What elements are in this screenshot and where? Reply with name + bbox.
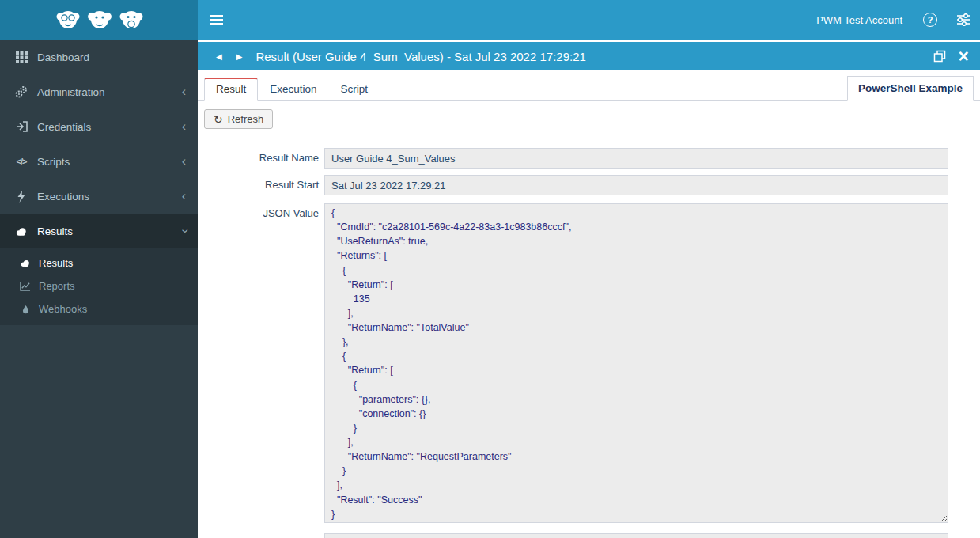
app-logo[interactable] [0, 0, 198, 40]
sidebar-item-dashboard[interactable]: Dashboard [0, 40, 198, 74]
chevron-left-icon: ‹ [182, 120, 186, 133]
account-name[interactable]: PWM Test Account [805, 14, 914, 26]
cloud-icon [12, 226, 31, 237]
code-icon: </> [12, 157, 31, 166]
chevron-left-icon: ‹ [182, 85, 186, 98]
result-name-label: Result Name [198, 148, 324, 169]
line-chart-icon [17, 281, 33, 291]
refresh-button-label: Refresh [228, 113, 264, 125]
submenu-item-label: Reports [39, 280, 75, 292]
main-content: ◀ ▶ Result (User Guide 4_Sum_Values) - S… [198, 40, 980, 538]
tab-result[interactable]: Result [204, 78, 258, 101]
chevron-down-icon: ‹ [177, 229, 190, 233]
submenu-item-reports[interactable]: Reports [0, 275, 198, 297]
submenu-item-label: Webhooks [39, 303, 87, 315]
submenu-item-webhooks[interactable]: Webhooks [0, 297, 198, 320]
form-row-result-name: Result Name [198, 148, 980, 169]
close-window-button[interactable]: × [959, 49, 969, 63]
restore-window-button[interactable] [933, 50, 946, 63]
sidebar-item-label: Executions [37, 191, 182, 203]
previous-result-button[interactable]: ◀ [209, 52, 229, 61]
sidebar-item-label: Administration [37, 86, 182, 98]
tab-script[interactable]: Script [329, 78, 380, 101]
form-row-next-cropped [198, 533, 980, 538]
next-result-button[interactable]: ▶ [229, 52, 250, 61]
topbar-right-group: PWM Test Account ? [805, 0, 980, 40]
help-button[interactable]: ? [914, 0, 947, 40]
sidebar-item-label: Dashboard [37, 51, 186, 63]
titlebar-controls: × [933, 49, 969, 63]
grid-icon [12, 51, 31, 63]
submenu-item-results[interactable]: Results [0, 252, 198, 275]
form-row-json-value: JSON Value { "CmdId": "c2a28101-569c-4a2… [198, 203, 980, 523]
form-row-result-start: Result Start [198, 175, 980, 195]
submenu-item-label: Results [39, 257, 73, 269]
json-value-label: JSON Value [198, 203, 324, 224]
refresh-button[interactable]: ↻ Refresh [204, 109, 273, 129]
help-icon: ? [923, 13, 937, 27]
sidebar-item-label: Results [37, 225, 182, 237]
cloud-icon [17, 259, 33, 267]
sign-in-icon [12, 121, 31, 132]
result-start-input[interactable] [324, 175, 948, 195]
sidebar-item-label: Credentials [37, 121, 182, 133]
result-start-label: Result Start [198, 175, 324, 195]
sliders-icon [956, 13, 971, 26]
window-titlebar: ◀ ▶ Result (User Guide 4_Sum_Values) - S… [198, 42, 980, 70]
app-layout: PWM Test Account ? [0, 0, 980, 538]
sidebar-item-results[interactable]: Results ‹ [0, 214, 198, 248]
sidebar-item-label: Scripts [37, 156, 182, 168]
script-type-badge: PowerShell Example [847, 76, 974, 101]
top-bar: PWM Test Account ? [198, 0, 980, 40]
tab-bar: Result Execution Script PowerShell Examp… [198, 77, 980, 101]
hamburger-icon [210, 14, 223, 25]
json-value-textarea[interactable]: { "CmdId": "c2a28101-569c-4a22-83a3-1c98… [324, 203, 948, 523]
toolbar: ↻ Refresh [198, 101, 980, 129]
sidebar-item-administration[interactable]: Administration ‹ [0, 74, 198, 109]
sidebar-toggle-button[interactable] [198, 0, 236, 40]
window-title: Result (User Guide 4_Sum_Values) - Sat J… [255, 50, 585, 63]
sidebar-item-scripts[interactable]: </> Scripts ‹ [0, 144, 198, 179]
bolt-icon [12, 191, 31, 203]
sidebar-item-executions[interactable]: Executions ‹ [0, 179, 198, 214]
cropped-row-input[interactable] [324, 533, 948, 538]
three-monkeys-logo-icon [51, 5, 147, 35]
droplet-icon [17, 304, 33, 315]
chevron-left-icon: ‹ [182, 155, 186, 168]
result-form: Result Name Result Start JSON Value { "C… [198, 148, 980, 538]
sidebar: Dashboard Administration ‹ Credentials ‹ [0, 40, 198, 538]
refresh-icon: ↻ [214, 114, 223, 125]
settings-button[interactable] [947, 0, 980, 40]
chevron-left-icon: ‹ [182, 190, 186, 203]
result-name-input[interactable] [324, 148, 948, 169]
sidebar-item-credentials[interactable]: Credentials ‹ [0, 109, 198, 144]
results-submenu: Results Reports Webhooks [0, 248, 198, 325]
tab-execution[interactable]: Execution [258, 78, 328, 101]
gears-icon [12, 86, 31, 98]
